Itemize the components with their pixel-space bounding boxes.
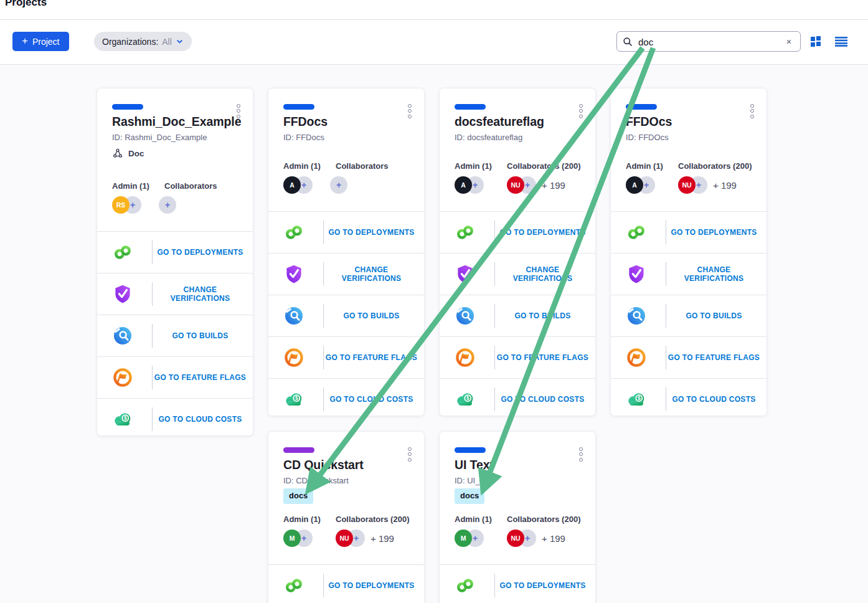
cd-module-icon [455,575,476,596]
org-filter-label: Organizations: [102,37,158,47]
action-go-to-feature-flags[interactable]: GO TO FEATURE FLAGS [268,336,424,378]
plus-icon: + [22,36,28,46]
org-row: Doc [112,148,144,159]
project-card[interactable]: UI Text ID: UI_Text docs Admin (1) M+ Co… [439,431,596,603]
project-tag-docs: docs [455,488,484,504]
list-view-icon [835,36,847,47]
project-card[interactable]: CD Quickstart ID: CD_Quickstart docs Adm… [268,431,425,603]
collaborators-label: Collaborators (200) [336,515,409,524]
action-go-to-cloud-costs[interactable]: GO TO CLOUD COSTS [611,378,767,420]
card-menu-button[interactable] [748,100,757,122]
action-label: GO TO DEPLOYMENTS [153,232,248,273]
projects-page: $ Projects + Project Organizations: All [0,0,868,603]
action-label: GO TO BUILDS [324,295,419,336]
action-go-to-feature-flags[interactable]: GO TO FEATURE FLAGS [611,336,767,378]
project-card[interactable]: FFDocs ID: FFDocs Admin (1) A+ Collabora… [268,88,425,416]
project-title: FFDOcs [626,115,672,129]
card-actions: GO TO DEPLOYMENTSCHANGE VERIFICATIONSGO … [611,211,767,420]
organizations-filter-dropdown[interactable]: Organizations: All [94,32,192,51]
action-go-to-deployments[interactable]: GO TO DEPLOYMENTS [268,211,424,253]
feature-flags-icon [283,347,304,368]
grid-view-button[interactable] [810,36,821,49]
module-color-bar [283,104,314,110]
collaborators-label: Collaborators (200) [507,515,580,524]
cd-module-icon [626,222,647,243]
project-card[interactable]: docsfeatureflag ID: docsfeatureflag Admi… [439,88,596,416]
project-id: ID: UI_Text [455,476,494,485]
action-go-to-deployments[interactable]: GO TO DEPLOYMENTS [97,231,253,273]
cloud-costs-icon [283,389,304,410]
action-go-to-feature-flags[interactable]: GO TO FEATURE FLAGS [440,336,595,378]
action-label: CHANGE VERIFICATIONS [153,273,248,315]
project-title: docsfeatureflag [455,115,544,129]
project-card[interactable]: FFDOcs ID: FFDOcs Admin (1) A+ Collabora… [610,88,767,416]
action-label: GO TO FEATURE FLAGS [666,337,762,378]
action-go-to-cloud-costs[interactable]: GO TO CLOUD COSTS [440,378,595,420]
action-label: GO TO DEPLOYMENTS [495,212,590,253]
admin-label: Admin (1) [455,161,492,171]
feature-flags-icon [455,347,476,368]
avatar: NU [678,176,696,194]
action-label: GO TO FEATURE FLAGS [495,337,590,378]
action-go-to-builds[interactable]: GO TO BUILDS [97,315,253,356]
cd-module-icon [455,222,476,243]
action-label: GO TO CLOUD COSTS [666,379,762,420]
project-id: ID: FFDocs [283,133,324,142]
action-go-to-builds[interactable]: GO TO BUILDS [440,295,595,336]
action-change-verifications[interactable]: CHANGE VERIFICATIONS [440,253,595,295]
admin-label: Admin (1) [283,515,321,524]
project-title: Rashmi_Doc_Example [112,115,241,129]
action-change-verifications[interactable]: CHANGE VERIFICATIONS [611,253,767,295]
avatar: M [455,529,472,547]
card-actions: GO TO DEPLOYMENTSCHANGE VERIFICATIONSGO … [268,211,424,420]
avatar: NU [507,176,524,194]
card-actions: GO TO DEPLOYMENTSCHANGE VERIFICATIONSGO … [97,231,253,440]
action-go-to-deployments[interactable]: GO TO DEPLOYMENTS [611,211,767,253]
avatar: NU [507,529,524,547]
action-go-to-feature-flags[interactable]: GO TO FEATURE FLAGS [97,356,253,398]
module-color-bar [455,447,486,453]
action-change-verifications[interactable]: CHANGE VERIFICATIONS [97,273,253,315]
action-label: GO TO DEPLOYMENTS [324,565,419,603]
admin-label: Admin (1) [626,161,663,171]
collaborators-label: Collaborators (200) [507,161,580,171]
avatar: M [283,529,301,547]
action-go-to-deployments[interactable]: GO TO DEPLOYMENTS [268,564,424,603]
action-change-verifications[interactable]: CHANGE VERIFICATIONS [268,253,424,295]
card-menu-button[interactable] [405,443,414,465]
card-menu-button[interactable] [577,443,585,465]
action-label: CHANGE VERIFICATIONS [324,254,419,295]
ci-builds-icon [283,305,304,326]
action-label: GO TO BUILDS [153,315,248,356]
cloud-costs-icon [455,389,476,410]
action-go-to-deployments[interactable]: GO TO DEPLOYMENTS [440,564,595,603]
verification-shield-icon [626,264,647,285]
chevron-down-icon [176,37,184,45]
card-menu-button[interactable] [405,100,414,122]
search-input[interactable] [637,32,780,52]
clear-search-button[interactable]: × [781,34,796,49]
cloud-costs-icon [112,409,133,430]
card-menu-button[interactable] [577,100,585,122]
action-go-to-builds[interactable]: GO TO BUILDS [611,295,767,336]
action-go-to-deployments[interactable]: GO TO DEPLOYMENTS [440,211,595,253]
new-project-button[interactable]: + Project [12,32,69,51]
add-member-button[interactable]: + [330,176,347,194]
module-color-bar [112,104,143,110]
action-go-to-builds[interactable]: GO TO BUILDS [268,295,424,336]
page-title: Projects [5,0,47,9]
action-label: GO TO CLOUD COSTS [153,399,248,440]
project-tag-docs: docs [283,488,313,504]
ci-builds-icon [112,325,133,346]
list-view-button[interactable] [835,36,847,49]
add-member-button[interactable]: + [159,196,176,214]
action-label: CHANGE VERIFICATIONS [666,254,762,295]
action-go-to-cloud-costs[interactable]: GO TO CLOUD COSTS [97,398,253,440]
project-card[interactable]: Rashmi_Doc_Example ID: Rashmi_Doc_Exampl… [97,88,253,436]
action-go-to-cloud-costs[interactable]: GO TO CLOUD COSTS [268,378,424,420]
collaborators-overflow-count: + 199 [542,180,565,191]
module-color-bar [626,104,657,110]
action-label: GO TO BUILDS [666,295,762,336]
module-color-bar [283,447,314,453]
verification-shield-icon [283,264,304,285]
